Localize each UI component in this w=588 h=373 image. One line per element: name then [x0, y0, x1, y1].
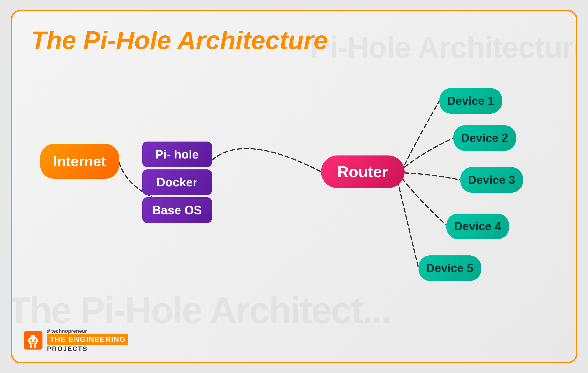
base-os-node: Base OS — [142, 197, 212, 223]
brand-name-box: THE ENGINEERING — [47, 334, 129, 345]
svg-rect-8 — [34, 344, 36, 348]
brand-name: THE ENGINEERING — [50, 335, 126, 343]
device-1-node: Device 1 — [440, 88, 502, 114]
device-3-node: Device 3 — [460, 167, 523, 193]
stack-container: Pi- hole Docker Base OS — [142, 142, 212, 223]
branding-area: # technopreneur THE ENGINEERING PROJECTS — [24, 328, 129, 352]
page-title: The Pi-Hole Architecture — [31, 25, 328, 55]
svg-point-2 — [34, 339, 36, 342]
device-4-node: Device 4 — [446, 214, 509, 239]
brand-text: # technopreneur THE ENGINEERING PROJECTS — [47, 328, 129, 352]
main-card: Pi-Hole Architecture The Pi-Hole Archite… — [11, 10, 577, 363]
device-2-node: Device 2 — [453, 125, 516, 151]
svg-rect-7 — [30, 344, 32, 348]
router-node: Router — [321, 155, 405, 188]
svg-point-1 — [30, 339, 32, 342]
internet-node: Internet — [40, 144, 119, 179]
device-5-node: Device 5 — [419, 255, 481, 281]
pi-hole-node: Pi- hole — [142, 142, 212, 167]
brand-hashtag: # technopreneur — [47, 328, 129, 334]
svg-rect-6 — [37, 339, 38, 342]
brand-robot-icon — [24, 331, 42, 350]
brand-projects: PROJECTS — [47, 345, 129, 352]
watermark-bottom: The Pi-Hole Architect... — [11, 289, 390, 332]
svg-rect-4 — [33, 333, 33, 335]
svg-rect-9 — [31, 342, 35, 343]
docker-node: Docker — [142, 169, 212, 195]
svg-rect-5 — [28, 339, 29, 342]
watermark-top: Pi-Hole Architecture — [310, 30, 577, 65]
svg-rect-3 — [31, 335, 35, 338]
